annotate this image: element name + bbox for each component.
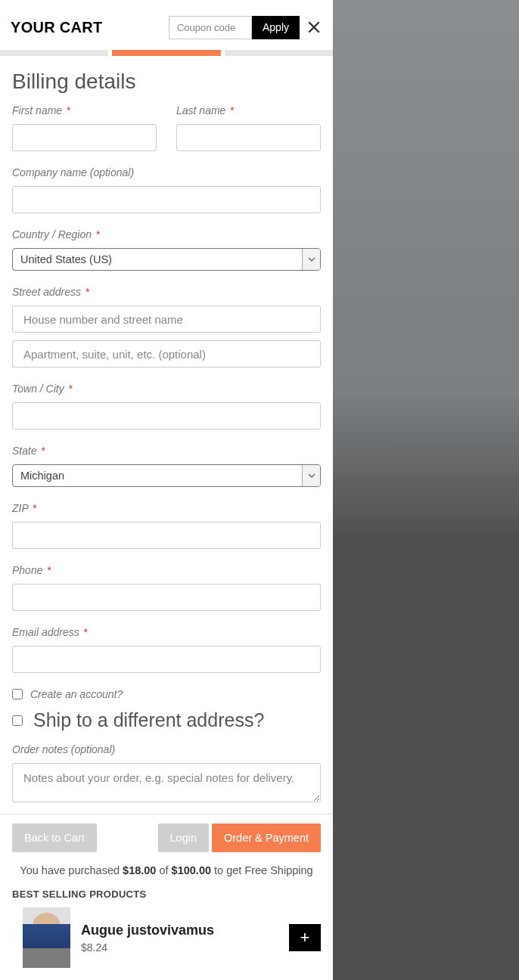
cart-title: YOUR CART bbox=[11, 19, 103, 36]
progress-steps bbox=[0, 50, 333, 56]
company-input[interactable] bbox=[12, 186, 321, 213]
order-notes-input[interactable] bbox=[12, 763, 321, 802]
company-label: Company name (optional) bbox=[12, 166, 321, 178]
step-1 bbox=[0, 50, 108, 56]
topbar: YOUR CART Apply bbox=[0, 0, 333, 50]
email-label: Email address * bbox=[12, 626, 321, 638]
email-input[interactable] bbox=[12, 646, 321, 673]
order-payment-button[interactable]: Order & Payment bbox=[212, 823, 321, 852]
product-info: Augue justovivamus $8.24 bbox=[81, 923, 278, 954]
street-label: Street address * bbox=[12, 286, 321, 298]
coupon-input[interactable] bbox=[169, 16, 252, 39]
add-to-cart-button[interactable]: + bbox=[289, 924, 321, 951]
country-value: United States (US) bbox=[13, 253, 302, 265]
state-label: State * bbox=[12, 445, 321, 457]
coupon-row: Apply bbox=[169, 16, 322, 39]
back-to-cart-button[interactable]: Back to Cart bbox=[12, 823, 97, 852]
chevron-down-icon bbox=[302, 249, 320, 270]
plus-icon: + bbox=[300, 928, 310, 947]
first-name-input[interactable] bbox=[12, 124, 157, 151]
create-account-checkbox[interactable] bbox=[12, 689, 23, 699]
panel-footer: Back to Cart Login Order & Payment You h… bbox=[0, 814, 333, 980]
ship-different-label: Ship to a different address? bbox=[33, 709, 264, 731]
product-name[interactable]: Augue justovivamus bbox=[81, 923, 278, 938]
zip-label: ZIP * bbox=[12, 502, 321, 514]
ship-different-checkbox[interactable] bbox=[12, 715, 23, 726]
state-value: Michigan bbox=[13, 470, 302, 482]
last-name-input[interactable] bbox=[176, 124, 321, 151]
zip-input[interactable] bbox=[12, 522, 321, 549]
step-3 bbox=[225, 50, 333, 56]
product-price: $8.24 bbox=[81, 941, 278, 954]
close-icon bbox=[308, 21, 320, 33]
order-notes-label: Order notes (optional) bbox=[12, 743, 321, 755]
cart-panel: YOUR CART Apply Billing details First na… bbox=[0, 0, 333, 980]
billing-heading: Billing details bbox=[12, 62, 321, 104]
create-account-label: Create an account? bbox=[30, 688, 123, 700]
content-scroll[interactable]: Billing details First name * Last name *… bbox=[0, 56, 333, 814]
modal-backdrop[interactable] bbox=[333, 0, 519, 980]
state-select[interactable]: Michigan bbox=[12, 464, 321, 487]
street-address-1-input[interactable] bbox=[12, 305, 321, 333]
country-select[interactable]: United States (US) bbox=[12, 248, 321, 271]
phone-label: Phone * bbox=[12, 564, 321, 576]
city-label: Town / City * bbox=[12, 383, 321, 395]
login-button[interactable]: Login bbox=[158, 823, 209, 852]
first-name-label: First name * bbox=[12, 104, 157, 116]
chevron-down-icon bbox=[302, 465, 320, 486]
street-address-2-input[interactable] bbox=[12, 340, 321, 368]
product-thumbnail[interactable] bbox=[23, 907, 70, 968]
apply-coupon-button[interactable]: Apply bbox=[252, 16, 300, 39]
country-label: Country / Region * bbox=[12, 228, 321, 240]
phone-input[interactable] bbox=[12, 584, 321, 611]
free-shipping-progress-text: You have purchased $18.00 of $100.00 to … bbox=[12, 864, 321, 876]
city-input[interactable] bbox=[12, 402, 321, 430]
step-2 bbox=[112, 50, 220, 56]
close-panel-button[interactable] bbox=[306, 19, 322, 36]
last-name-label: Last name * bbox=[176, 104, 321, 116]
best-selling-heading: BEST SELLING PRODUCTS bbox=[12, 889, 321, 900]
product-card: Augue justovivamus $8.24 + bbox=[12, 907, 321, 968]
